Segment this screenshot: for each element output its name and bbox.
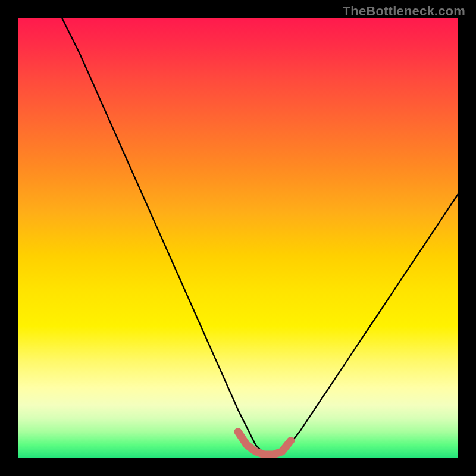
plot-area — [18, 18, 458, 458]
chart-overlay — [18, 18, 458, 458]
optimal-range-mark — [238, 432, 291, 455]
bottleneck-curve — [62, 18, 458, 458]
watermark-text: TheBottleneck.com — [343, 4, 465, 19]
chart-frame: TheBottleneck.com — [0, 0, 476, 476]
